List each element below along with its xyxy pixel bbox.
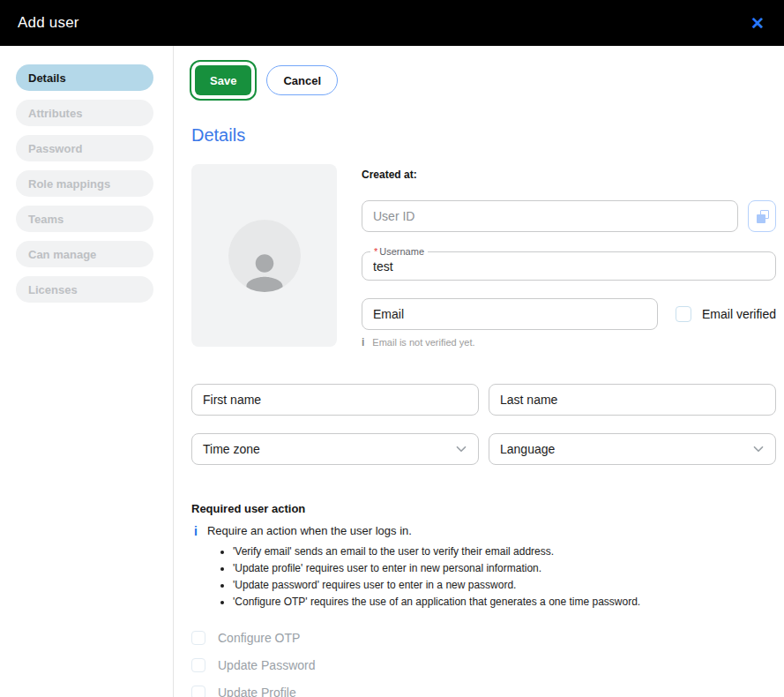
- update-profile-label: Update Profile: [218, 686, 296, 697]
- sidebar-item-details[interactable]: Details: [16, 64, 153, 91]
- time-zone-select[interactable]: Time zone: [191, 433, 479, 465]
- update-profile-row: Update Profile: [191, 686, 776, 697]
- sidebar-item-licenses: Licenses: [16, 276, 153, 303]
- first-name-field[interactable]: [191, 384, 479, 416]
- last-name-field[interactable]: [489, 384, 776, 416]
- info-icon: i: [362, 336, 364, 348]
- person-icon: [228, 220, 301, 292]
- sidebar-item-can-manage: Can manage: [16, 241, 153, 267]
- sidebar-item-role-mappings: Role mappings: [16, 170, 153, 197]
- username-field[interactable]: *Username: [362, 251, 776, 281]
- required-user-action-title: Required user action: [191, 502, 776, 515]
- user-id-input[interactable]: [362, 200, 738, 232]
- section-title: Details: [191, 125, 776, 146]
- email-not-verified-note: i Email is not verified yet.: [362, 336, 776, 348]
- chevron-down-icon: [453, 441, 469, 457]
- email-verified-checkbox[interactable]: [676, 306, 691, 322]
- bullet-item: 'Update password' requires user to enter…: [233, 577, 776, 594]
- configure-otp-row: Configure OTP: [191, 631, 776, 645]
- required-user-action-section: Required user action i Require an action…: [191, 502, 776, 697]
- dialog-header: Add user ✕: [0, 0, 784, 46]
- dialog-title: Add user: [18, 14, 79, 32]
- language-select[interactable]: Language: [489, 433, 776, 465]
- sidebar: Details Attributes Password Role mapping…: [0, 46, 174, 697]
- username-label: *Username: [370, 245, 428, 258]
- required-marker: *: [374, 246, 377, 257]
- cancel-button[interactable]: Cancel: [266, 65, 338, 95]
- save-button[interactable]: Save: [195, 65, 251, 95]
- username-input[interactable]: [373, 259, 765, 274]
- required-user-action-bullets: 'Verify email' sends an email to the use…: [191, 543, 776, 611]
- sidebar-item-attributes: Attributes: [16, 100, 153, 126]
- bullet-item: 'Configure OTP' requires the use of an a…: [233, 594, 776, 611]
- copy-icon[interactable]: [748, 200, 776, 232]
- bullet-item: 'Verify email' sends an email to the use…: [233, 543, 776, 560]
- configure-otp-label: Configure OTP: [218, 631, 300, 645]
- info-icon: i: [194, 524, 198, 538]
- chevron-down-icon: [750, 441, 766, 457]
- sidebar-item-password: Password: [16, 135, 153, 161]
- required-user-action-intro: i Require an action when the user logs i…: [191, 524, 776, 538]
- bullet-item: 'Update profile' requires user to enter …: [233, 560, 776, 577]
- avatar: [191, 164, 337, 347]
- email-field[interactable]: [362, 298, 658, 330]
- update-password-checkbox[interactable]: [191, 658, 205, 672]
- close-icon[interactable]: ✕: [750, 15, 765, 32]
- main-content: Save Cancel Details Created at:: [174, 46, 784, 697]
- update-password-row: Update Password: [191, 658, 776, 672]
- configure-otp-checkbox[interactable]: [191, 631, 205, 645]
- created-at-label: Created at:: [362, 169, 776, 181]
- sidebar-item-teams: Teams: [16, 206, 153, 232]
- email-verified-label: Email verified: [702, 307, 776, 321]
- update-profile-checkbox[interactable]: [191, 686, 205, 697]
- update-password-label: Update Password: [218, 658, 316, 672]
- toolbar: Save Cancel: [191, 65, 776, 95]
